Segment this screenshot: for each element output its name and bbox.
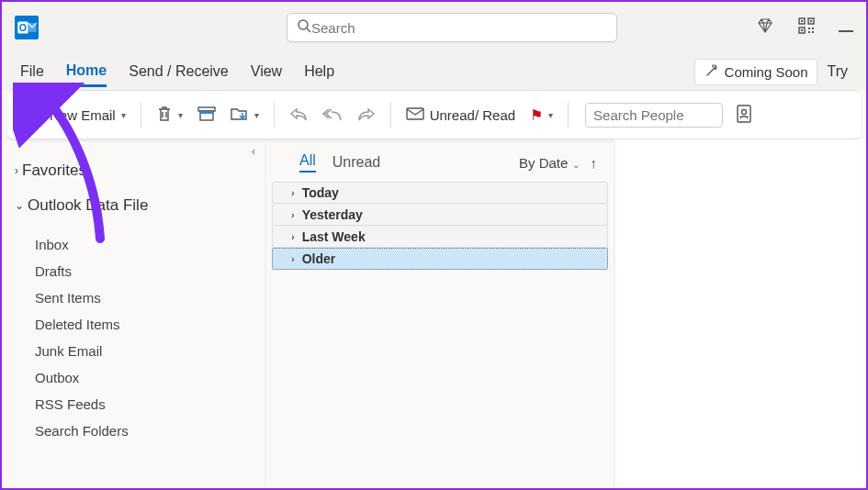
delete-button[interactable]: ▾	[149, 99, 190, 131]
envelope-icon	[406, 106, 424, 124]
chevron-down-icon[interactable]: ▾	[178, 110, 183, 120]
chevron-right-icon: ›	[291, 209, 295, 220]
group-label: Older	[302, 251, 336, 266]
premium-diamond-icon[interactable]	[756, 17, 774, 39]
tab-send-receive[interactable]: Send / Receive	[129, 58, 229, 85]
tab-file[interactable]: File	[20, 58, 44, 85]
svg-rect-9	[801, 20, 803, 22]
folder-deleted-items[interactable]: Deleted Items	[15, 311, 257, 338]
folder-rss-feeds[interactable]: RSS Feeds	[15, 391, 257, 418]
favorites-header[interactable]: › Favorites	[15, 161, 257, 180]
group-older[interactable]: › Older	[272, 248, 608, 270]
svg-rect-21	[407, 108, 423, 119]
folder-sidebar: ‹ › Favorites ⌄ Outlook Data File Inbox …	[2, 139, 266, 488]
chevron-down-icon[interactable]: ▾	[548, 110, 553, 120]
favorites-label: Favorites	[22, 161, 86, 180]
folder-outbox[interactable]: Outbox	[15, 364, 257, 391]
group-yesterday[interactable]: › Yesterday	[272, 204, 608, 226]
archive-button[interactable]	[190, 101, 223, 129]
try-label[interactable]: Try	[827, 63, 848, 80]
svg-rect-14	[808, 31, 810, 33]
svg-text:O: O	[19, 22, 27, 33]
search-people-input[interactable]	[593, 107, 715, 123]
folder-junk-email[interactable]: Junk Email	[15, 338, 257, 364]
folder-inbox[interactable]: Inbox	[15, 231, 257, 258]
unread-read-button[interactable]: Unread/ Read	[399, 101, 523, 129]
reply-icon	[289, 106, 308, 124]
group-label: Today	[302, 185, 339, 200]
data-file-label: Outlook Data File	[28, 196, 148, 215]
reading-pane	[615, 139, 866, 488]
svg-rect-12	[808, 28, 810, 29]
svg-line-5	[307, 28, 310, 32]
title-bar: O	[2, 2, 866, 53]
envelope-plus-icon	[24, 106, 44, 125]
group-label: Last Week	[302, 229, 366, 244]
sort-direction-button[interactable]: ↑	[591, 155, 598, 171]
chevron-right-icon: ›	[15, 164, 18, 177]
filter-unread[interactable]: Unread	[333, 154, 380, 171]
address-book-button[interactable]	[728, 99, 760, 131]
collapse-sidebar-button[interactable]: ‹	[252, 145, 255, 158]
message-list-pane: All Unread By Date ⌄ ↑ › Today › Yesterd…	[266, 139, 615, 488]
group-today[interactable]: › Today	[272, 182, 608, 204]
svg-rect-20	[200, 111, 213, 114]
forward-button[interactable]	[350, 101, 383, 129]
group-last-week[interactable]: › Last Week	[272, 226, 608, 248]
forward-icon	[357, 106, 376, 124]
menu-bar: File Home Send / Receive View Help Comin…	[2, 53, 866, 90]
chevron-right-icon: ›	[291, 187, 295, 198]
ribbon-toolbar: New Email ▾ ▾ ▾	[7, 90, 861, 139]
svg-point-23	[742, 109, 747, 114]
tab-home[interactable]: Home	[66, 57, 107, 87]
trash-icon	[156, 105, 173, 126]
svg-rect-13	[812, 28, 814, 29]
global-search-input[interactable]	[311, 20, 607, 36]
tab-view[interactable]: View	[251, 58, 282, 85]
coming-soon-label: Coming Soon	[725, 64, 808, 80]
search-icon	[297, 18, 311, 37]
chevron-right-icon: ›	[291, 253, 295, 264]
window-minimize-button[interactable]	[839, 23, 853, 32]
sort-by-date[interactable]: By Date ⌄	[519, 155, 580, 171]
svg-point-4	[299, 20, 308, 29]
qr-code-icon[interactable]	[798, 17, 815, 38]
move-button[interactable]: ▾	[223, 100, 266, 130]
coming-soon-button[interactable]: Coming Soon	[694, 59, 818, 85]
reply-button[interactable]	[282, 101, 315, 129]
wand-icon	[705, 63, 719, 81]
reply-all-icon	[322, 106, 343, 124]
svg-rect-15	[812, 31, 814, 33]
folder-search-folders[interactable]: Search Folders	[15, 418, 257, 444]
chevron-right-icon: ›	[291, 231, 295, 242]
group-label: Yesterday	[302, 207, 363, 222]
address-book-icon	[736, 105, 752, 126]
new-email-button[interactable]: New Email ▾	[17, 100, 133, 130]
flag-button[interactable]: ⚑ ▾	[523, 101, 560, 129]
outlook-logo-icon: O	[15, 16, 39, 39]
chevron-down-icon[interactable]: ▾	[121, 110, 126, 120]
search-people[interactable]	[585, 103, 723, 128]
tab-help[interactable]: Help	[304, 58, 334, 85]
reply-all-button[interactable]	[315, 101, 350, 129]
data-file-header[interactable]: ⌄ Outlook Data File	[15, 196, 257, 215]
svg-rect-11	[801, 29, 803, 31]
flag-icon: ⚑	[530, 106, 543, 124]
archive-icon	[197, 106, 216, 124]
chevron-down-icon: ⌄	[15, 199, 24, 212]
unread-read-label: Unread/ Read	[430, 107, 515, 123]
folder-drafts[interactable]: Drafts	[15, 258, 257, 284]
filter-all[interactable]: All	[299, 152, 316, 173]
folder-sent-items[interactable]: Sent Items	[15, 284, 257, 311]
chevron-down-icon[interactable]: ▾	[254, 110, 259, 120]
move-to-folder-icon	[231, 106, 249, 125]
svg-rect-10	[810, 20, 812, 22]
global-search[interactable]	[287, 13, 617, 42]
new-email-label: New Email	[50, 107, 116, 123]
